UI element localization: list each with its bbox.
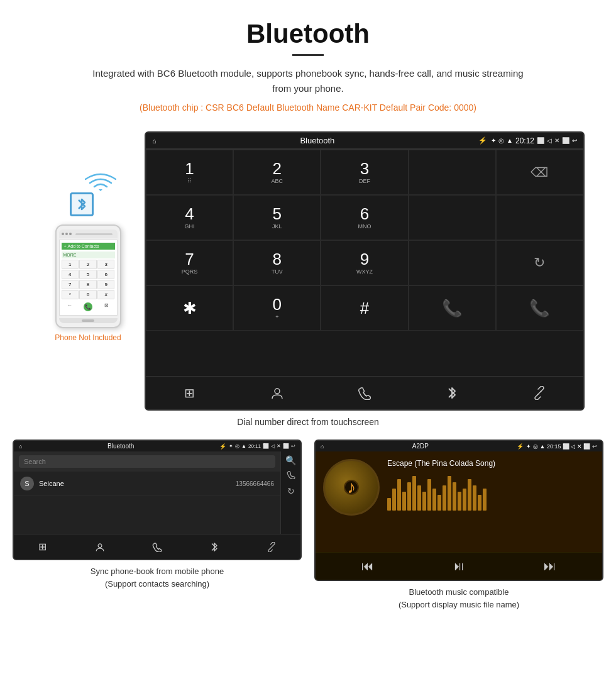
bottom-contacts-icon[interactable] bbox=[233, 382, 321, 404]
bottom-link-icon[interactable] bbox=[496, 382, 583, 404]
dial-key-4[interactable]: 4GHI bbox=[146, 195, 233, 240]
phone-illustration: + Add to Contacts MORE 123 456 789 *0# ←… bbox=[31, 131, 145, 342]
page-title: Bluetooth bbox=[13, 19, 603, 49]
dial-key-empty-2 bbox=[409, 195, 496, 240]
music-controls: ⏮ ⏯ ⏭ bbox=[316, 552, 602, 580]
music-content: ♪ Escape (The Pina Colada Song) bbox=[316, 451, 602, 552]
page-header: Bluetooth Integrated with BC6 Bluetooth … bbox=[0, 0, 616, 131]
pb-bottom-contacts[interactable] bbox=[71, 538, 128, 555]
music-win-icon[interactable]: ⬜ bbox=[583, 443, 590, 450]
pb-vol-icon[interactable]: ◁ bbox=[271, 443, 275, 449]
dial-time: 20:12 bbox=[515, 136, 534, 145]
phonebook-screen: ⌂ Bluetooth ⚡ ✦ ◎ ▲ 20:11 ⬜ ◁ ✕ ⬜ ↩ bbox=[13, 440, 302, 560]
pb-bottom-link[interactable] bbox=[243, 538, 300, 555]
search-placeholder: Search bbox=[24, 458, 46, 465]
pb-home-icon[interactable]: ⌂ bbox=[19, 443, 22, 450]
contact-row[interactable]: S Seicane 13566664466 bbox=[14, 472, 280, 496]
music-signal-icon: ▲ bbox=[539, 443, 545, 450]
prev-track-button[interactable]: ⏮ bbox=[361, 559, 374, 573]
dial-key-empty-1 bbox=[409, 150, 496, 195]
window-icon[interactable]: ⬜ bbox=[562, 137, 569, 144]
dial-key-7[interactable]: 7PQRS bbox=[146, 240, 233, 285]
eq-bar-14 bbox=[458, 492, 461, 511]
music-cam-icon[interactable]: ⬜ bbox=[563, 443, 569, 450]
dial-key-9[interactable]: 9WXYZ bbox=[321, 240, 408, 285]
pb-search-side-icon[interactable]: 🔍 bbox=[285, 455, 296, 465]
eq-bar-11 bbox=[443, 485, 446, 511]
eq-bar-8 bbox=[427, 479, 431, 511]
dial-key-end[interactable]: 📞 bbox=[496, 285, 583, 331]
dial-key-5[interactable]: 5JKL bbox=[233, 195, 321, 240]
phonebook-col: ⌂ Bluetooth ⚡ ✦ ◎ ▲ 20:11 ⬜ ◁ ✕ ⬜ ↩ bbox=[13, 440, 302, 611]
dialpad-grid: 1⠿ 2ABC 3DEF ⌫ 4GHI 5JKL 6MNO bbox=[146, 149, 583, 376]
pb-back-icon[interactable]: ↩ bbox=[291, 443, 295, 449]
music-screen-title: A2DP bbox=[326, 443, 514, 450]
signal-icon: ▲ bbox=[507, 137, 513, 144]
search-box[interactable]: Search bbox=[19, 455, 275, 468]
music-screen: ⌂ A2DP ⚡ ✦ ◎ ▲ 20:15 ⬜ ◁ ✕ ⬜ ↩ ♪ bbox=[314, 440, 603, 581]
dial-key-3[interactable]: 3DEF bbox=[321, 150, 408, 195]
dial-key-star[interactable]: ✱ bbox=[146, 285, 233, 331]
pb-phone-side-icon[interactable] bbox=[287, 470, 295, 481]
dial-key-redial[interactable]: ↻ bbox=[496, 240, 583, 285]
play-pause-button[interactable]: ⏯ bbox=[453, 559, 465, 573]
dial-screen-title: Bluetooth bbox=[160, 136, 475, 145]
phone-not-included-label: Phone Not Included bbox=[55, 333, 121, 342]
dial-key-0[interactable]: 0+ bbox=[233, 285, 321, 331]
pb-close-icon[interactable]: ✕ bbox=[277, 443, 281, 449]
title-underline bbox=[292, 54, 324, 56]
main-section: + Add to Contacts MORE 123 456 789 *0# ←… bbox=[0, 131, 616, 411]
eq-bar-9 bbox=[432, 489, 436, 511]
volume-icon[interactable]: ◁ bbox=[547, 137, 552, 144]
dial-key-call[interactable]: 📞 bbox=[409, 285, 496, 331]
music-usb-icon: ⚡ bbox=[517, 443, 524, 450]
pb-bottom-dialpad[interactable]: ⊞ bbox=[14, 538, 71, 555]
contact-avatar: S bbox=[20, 477, 34, 490]
usb-icon: ⚡ bbox=[478, 136, 487, 145]
eq-bar-1 bbox=[392, 489, 396, 511]
music-vol-icon[interactable]: ◁ bbox=[571, 443, 575, 450]
pb-win-icon[interactable]: ⬜ bbox=[283, 443, 289, 449]
bottom-bluetooth-icon[interactable] bbox=[409, 382, 496, 404]
pb-time: 20:11 bbox=[248, 443, 261, 449]
eq-bar-6 bbox=[417, 485, 421, 511]
pb-bottom-phone[interactable] bbox=[128, 538, 185, 555]
music-back-icon[interactable]: ↩ bbox=[592, 443, 597, 450]
eq-bar-19 bbox=[483, 489, 487, 511]
contact-number: 13566664466 bbox=[236, 480, 274, 487]
pb-reload-side-icon[interactable]: ↻ bbox=[287, 486, 295, 496]
dial-key-hash[interactable]: # bbox=[321, 285, 408, 331]
dial-screen: ⌂ Bluetooth ⚡ ✦ ◎ ▲ 20:12 ⬜ ◁ ✕ ⬜ ↩ 1⠿ 2… bbox=[145, 131, 585, 411]
music-info: Escape (The Pina Colada Song) bbox=[387, 459, 595, 545]
music-close-icon[interactable]: ✕ bbox=[577, 443, 582, 450]
dial-status-bar: ⌂ Bluetooth ⚡ ✦ ◎ ▲ 20:12 ⬜ ◁ ✕ ⬜ ↩ bbox=[146, 133, 583, 149]
pb-usb-icon: ⚡ bbox=[219, 443, 226, 450]
dial-key-6[interactable]: 6MNO bbox=[321, 195, 408, 240]
pb-bottom-bluetooth[interactable] bbox=[186, 538, 243, 555]
camera-icon[interactable]: ⬜ bbox=[537, 137, 544, 144]
next-track-button[interactable]: ⏭ bbox=[544, 559, 556, 573]
dial-key-2[interactable]: 2ABC bbox=[233, 150, 321, 195]
equalizer bbox=[387, 473, 595, 511]
pb-status-right: ✦ ◎ ▲ 20:11 ⬜ ◁ ✕ ⬜ ↩ bbox=[229, 443, 295, 449]
bottom-dialpad-icon[interactable]: ⊞ bbox=[146, 382, 233, 404]
eq-bar-2 bbox=[397, 479, 401, 511]
album-art: ♪ bbox=[323, 459, 380, 516]
eq-bar-0 bbox=[387, 498, 391, 511]
dial-key-8[interactable]: 8TUV bbox=[233, 240, 321, 285]
home-icon[interactable]: ⌂ bbox=[152, 137, 157, 145]
music-caption: Bluetooth music compatible (Support disp… bbox=[399, 586, 519, 611]
svg-point-2 bbox=[98, 543, 102, 547]
music-loc-icon: ◎ bbox=[533, 443, 538, 450]
eq-bar-17 bbox=[473, 485, 476, 511]
music-home-icon[interactable]: ⌂ bbox=[321, 443, 324, 450]
eq-bar-5 bbox=[412, 476, 416, 511]
page-description: Integrated with BC6 Bluetooth module, su… bbox=[88, 66, 528, 96]
dial-key-backspace[interactable]: ⌫ bbox=[496, 150, 583, 195]
dial-key-1[interactable]: 1⠿ bbox=[146, 150, 233, 195]
pb-cam-icon[interactable]: ⬜ bbox=[263, 443, 269, 449]
back-icon[interactable]: ↩ bbox=[572, 137, 577, 144]
bottom-phone-icon[interactable] bbox=[321, 382, 408, 404]
svg-line-1 bbox=[537, 391, 541, 395]
close-icon[interactable]: ✕ bbox=[554, 137, 559, 144]
